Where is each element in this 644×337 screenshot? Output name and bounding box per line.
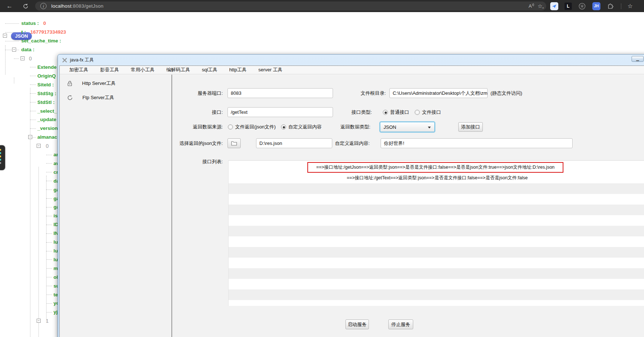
tree-key: StdStg : (37, 91, 56, 96)
tree-row: − set_cache_time : (0, 37, 158, 45)
custom-content-input[interactable]: 你好世界! (381, 138, 573, 148)
url-path: :8083/getJson (71, 3, 103, 9)
tree-collapse-icon[interactable]: − (37, 144, 41, 148)
sidebar-item-http-server[interactable]: Http Server工具 (67, 78, 170, 89)
radio-json-file-return[interactable]: 文件返回(json文件) (228, 122, 276, 132)
tree-key: 0 (46, 143, 49, 149)
tree-collapse-icon[interactable]: − (37, 319, 41, 323)
return-source-label: 返回数据来源: (162, 122, 223, 132)
favorites-bar-star-icon[interactable]: ☆ (628, 3, 633, 10)
extension-flower-icon[interactable] (578, 2, 586, 10)
extensions-row: L JH ☆ (550, 0, 633, 12)
menu-item[interactable]: sql工具 (198, 67, 221, 73)
tree-key: SiteId : (37, 82, 54, 87)
circular-arrow-icon (67, 95, 73, 101)
tree-collapse-icon[interactable]: − (28, 135, 32, 139)
choose-json-label: 选择返回的json文件: (140, 138, 223, 149)
tree-key: almanac (37, 134, 57, 140)
extension-l-icon[interactable]: L (565, 3, 572, 10)
menu-item[interactable]: 加密工具 (66, 67, 92, 73)
api-list-label: 接口列表: (162, 158, 223, 165)
api-list-row[interactable] (229, 183, 644, 194)
api-list-row[interactable] (229, 247, 644, 258)
api-label: 接口: (162, 107, 223, 117)
return-type-dropdown[interactable]: JSON (380, 122, 435, 132)
window-titlebar[interactable]: java-fx 工具 ▁ (58, 55, 644, 65)
api-list-row[interactable] (229, 194, 644, 205)
read-aloud-icon[interactable]: A (529, 3, 532, 9)
api-list-row[interactable] (229, 268, 644, 279)
sidebar-item-ftp-server[interactable]: Ftp Server工具 (67, 93, 170, 103)
folder-icon (231, 141, 237, 146)
api-list-row[interactable] (229, 215, 644, 226)
tree-collapse-icon[interactable]: − (12, 48, 16, 52)
extension-bird-icon[interactable] (550, 2, 558, 10)
radio-dot (383, 110, 388, 115)
tree-key: _update (37, 117, 56, 122)
chevron-down-icon (428, 127, 431, 128)
add-api-button[interactable]: 添加接口 (458, 122, 483, 132)
radio-normal-api[interactable]: 普通接口 (383, 107, 409, 117)
radio-dot (281, 124, 286, 130)
add-favorite-icon[interactable]: ☆+ (538, 3, 543, 9)
tree-key: 1 (46, 318, 49, 324)
tree-row: − status : 0 (0, 19, 158, 28)
sidebar-item-label: Ftp Server工具 (82, 94, 114, 101)
api-list-row[interactable] (229, 258, 644, 268)
refresh-icon[interactable] (21, 0, 31, 12)
menu-item[interactable]: http工具 (226, 67, 251, 73)
extension-jh-icon[interactable]: JH (592, 2, 600, 10)
api-list-row[interactable] (229, 226, 644, 236)
menu-bar: 加密工具影音工具常用小工具编解码工具sql工具http工具server 工具 (60, 66, 644, 74)
tree-key: Extende (37, 64, 57, 70)
api-list-row[interactable]: ==>接口地址:/getJson==>返回类型:json==>是否是文件接口:f… (307, 162, 563, 173)
url-bar[interactable]: i localhost:8083/getJson A ☆+ (35, 1, 546, 11)
radio-dot (415, 110, 420, 115)
tools-icon (62, 57, 67, 63)
menu-item[interactable]: 常用小工具 (127, 67, 158, 73)
tree-key: StdStl : (37, 100, 55, 105)
toolbar-divider (621, 3, 621, 9)
radio-file-api[interactable]: 文件接口 (415, 107, 441, 117)
root-dir-input[interactable]: C:\Users\Administrator\Desktop\个人文档\zm- (389, 88, 488, 98)
site-info-icon[interactable]: i (40, 3, 47, 9)
browse-folder-button[interactable] (227, 138, 241, 148)
screenshot-root: ← i localhost:8083/getJson A ☆+ L JH (0, 0, 644, 337)
tree-key: is (53, 213, 58, 218)
tree-row: − t : 1677917334923 (0, 28, 158, 37)
start-service-button[interactable]: 启动服务 (345, 319, 369, 329)
back-icon[interactable]: ← (4, 0, 15, 12)
browser-toolbar: ← i localhost:8083/getJson A ☆+ L JH (0, 0, 644, 12)
api-list-row[interactable] (229, 300, 644, 306)
extensions-puzzle-icon[interactable] (607, 2, 615, 10)
api-list-row[interactable] (229, 289, 644, 300)
window-title: java-fx 工具 (70, 57, 94, 63)
api-list-row[interactable] (229, 279, 644, 289)
tree-key: yj (53, 309, 58, 315)
api-list-row[interactable] (229, 205, 644, 215)
minimize-button[interactable]: ▁ (632, 56, 644, 62)
api-list-row[interactable]: ==>接口地址:/getText==>返回类型:json==>是否是文件接口:f… (229, 173, 644, 183)
radio-dot (228, 124, 233, 130)
sidebar-handle[interactable] (0, 145, 5, 170)
sidebar-item-label: Http Server工具 (82, 80, 116, 87)
javafx-window: java-fx 工具 ▁ 加密工具影音工具常用小工具编解码工具sql工具http… (58, 54, 644, 337)
stop-service-button[interactable]: 停止服务 (388, 319, 413, 329)
static-access-note: (静态文件访问) (491, 88, 522, 98)
root-dir-label: 文件根目录: (315, 88, 386, 98)
api-list-row-text: ==>接口地址:/getJson==>返回类型:json==>是否是文件接口:f… (316, 164, 555, 171)
tree-key: _select_ (37, 108, 57, 114)
tree-key: t : (21, 29, 26, 35)
window-content: 加密工具影音工具常用小工具编解码工具sql工具http工具server 工具 H… (59, 65, 644, 337)
custom-content-label: 自定义返回内容: (301, 138, 370, 149)
menu-item[interactable]: 编解码工具 (163, 67, 194, 73)
tree-collapse-icon[interactable]: − (21, 56, 25, 60)
menu-item[interactable]: server 工具 (255, 67, 286, 73)
menu-item[interactable]: 影音工具 (96, 67, 123, 73)
url-text: localhost:8083/getJson (51, 3, 104, 9)
api-list-table[interactable]: ==>接口地址:/getJson==>返回类型:json==>是否是文件接口:f… (228, 160, 644, 306)
api-list-row[interactable] (229, 236, 644, 247)
tree-key: status : (21, 20, 39, 26)
tree-key: OriginQ (37, 73, 56, 79)
tree-value: 1677917334923 (30, 29, 66, 35)
